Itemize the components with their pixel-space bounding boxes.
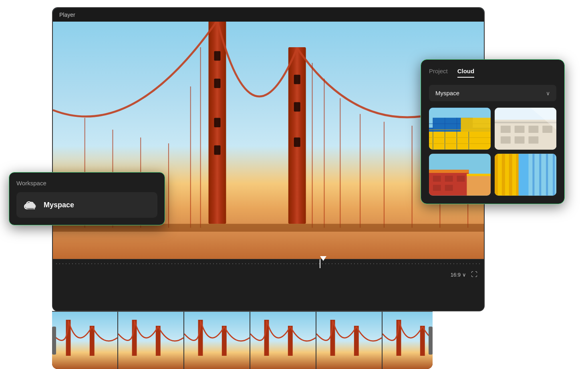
filmstrip-frame-inner-5 xyxy=(316,312,382,369)
filmstrip-handle-right[interactable] xyxy=(429,327,433,355)
svg-rect-46 xyxy=(429,132,491,150)
svg-rect-8 xyxy=(294,138,300,147)
svg-rect-64 xyxy=(515,136,525,144)
svg-marker-55 xyxy=(461,118,491,132)
timeline-playhead-line xyxy=(320,259,320,268)
tab-project[interactable]: Project xyxy=(429,68,448,78)
fullscreen-button[interactable]: ⛶ xyxy=(471,271,477,278)
svg-rect-71 xyxy=(429,170,469,173)
cloud-dropdown[interactable]: Myspace ∨ xyxy=(429,85,556,101)
svg-rect-60 xyxy=(515,126,525,133)
cloud-thumb-3[interactable] xyxy=(429,154,491,196)
svg-rect-72 xyxy=(433,176,441,182)
svg-rect-65 xyxy=(528,136,538,144)
svg-rect-83 xyxy=(509,154,512,195)
player-title-bar: Player xyxy=(53,8,484,22)
workspace-cloud-icon xyxy=(24,198,38,212)
filmstrip-frame-4 xyxy=(250,312,316,369)
cloud-thumbnails-grid xyxy=(429,108,556,196)
svg-rect-2 xyxy=(214,78,221,88)
cloud-dropdown-label: Myspace xyxy=(435,90,459,96)
filmstrip-frame-2 xyxy=(118,312,184,369)
filmstrip-frame-1 xyxy=(52,312,118,369)
svg-rect-82 xyxy=(502,154,505,195)
filmstrip-frame-inner-6 xyxy=(383,312,433,369)
timeline-area: 16:9 ∨ ⛶ xyxy=(53,259,484,311)
timeline-track[interactable] xyxy=(53,259,484,268)
svg-rect-62 xyxy=(542,126,552,133)
svg-rect-92 xyxy=(553,154,555,195)
cloud-thumb-4[interactable] xyxy=(495,154,556,196)
workspace-myspace-label: Myspace xyxy=(44,201,74,209)
fullscreen-icon: ⛶ xyxy=(471,271,477,278)
player-window: Player xyxy=(52,7,485,311)
filmstrip-frame-inner-3 xyxy=(184,312,250,369)
svg-rect-75 xyxy=(433,185,441,191)
svg-rect-58 xyxy=(495,120,556,150)
filmstrip-frame-inner-4 xyxy=(250,312,316,369)
svg-rect-74 xyxy=(457,176,465,182)
timeline-dots xyxy=(56,263,481,264)
svg-rect-6 xyxy=(294,75,300,84)
svg-rect-90 xyxy=(539,154,541,195)
workspace-popup: Workspace Myspace xyxy=(9,172,165,225)
svg-rect-63 xyxy=(501,136,511,144)
svg-rect-91 xyxy=(546,154,548,195)
cloud-thumb-1[interactable] xyxy=(429,108,491,150)
tab-cloud[interactable]: Cloud xyxy=(457,68,475,78)
filmstrip-frame-inner-2 xyxy=(118,312,183,369)
svg-rect-81 xyxy=(495,154,498,195)
timeline-controls: 16:9 ∨ ⛶ xyxy=(53,268,484,281)
svg-rect-77 xyxy=(467,174,491,196)
svg-rect-59 xyxy=(501,126,511,133)
filmstrip-frame-6 xyxy=(383,312,433,369)
filmstrip xyxy=(52,311,433,369)
svg-rect-66 xyxy=(495,122,556,123)
filmstrip-frame-inner-1 xyxy=(52,312,117,369)
aspect-ratio-chevron: ∨ xyxy=(462,272,466,278)
svg-rect-70 xyxy=(429,170,469,196)
aspect-ratio-label: 16:9 xyxy=(451,272,461,278)
workspace-myspace-item[interactable]: Myspace xyxy=(16,192,157,218)
cloud-panel-tabs: Project Cloud xyxy=(429,68,556,78)
svg-rect-78 xyxy=(467,174,491,176)
cloud-panel: Project Cloud Myspace ∨ xyxy=(421,59,565,204)
workspace-popup-title: Workspace xyxy=(16,180,157,187)
svg-rect-5 xyxy=(288,47,306,224)
svg-rect-7 xyxy=(294,102,300,112)
svg-rect-89 xyxy=(532,154,534,195)
svg-rect-1 xyxy=(214,51,221,61)
svg-rect-73 xyxy=(445,176,453,182)
filmstrip-handle-left[interactable] xyxy=(52,327,56,355)
svg-rect-61 xyxy=(528,126,538,133)
svg-rect-4 xyxy=(214,145,221,155)
aspect-ratio-button[interactable]: 16:9 ∨ xyxy=(451,272,466,278)
filmstrip-frame-3 xyxy=(184,312,250,369)
timeline-playhead[interactable] xyxy=(320,256,326,261)
player-title: Player xyxy=(59,12,75,18)
svg-rect-76 xyxy=(445,185,453,191)
cloud-thumb-2[interactable] xyxy=(495,108,556,150)
filmstrip-frame-5 xyxy=(316,312,383,369)
svg-rect-3 xyxy=(214,118,221,128)
chevron-down-icon: ∨ xyxy=(546,90,550,96)
